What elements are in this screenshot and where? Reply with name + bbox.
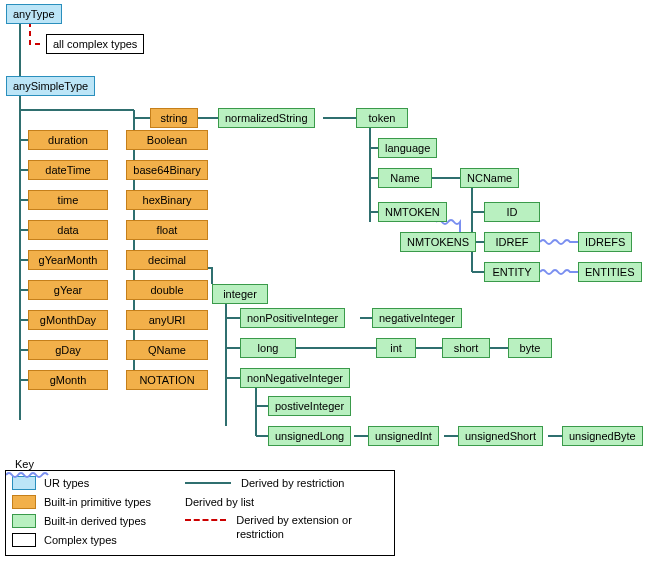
node-dateTime: dateTime <box>28 160 108 180</box>
node-Boolean: Boolean <box>126 130 208 150</box>
node-unsignedLong: unsignedLong <box>268 426 351 446</box>
node-int: int <box>376 338 416 358</box>
node-QName: QName <box>126 340 208 360</box>
node-long: long <box>240 338 296 358</box>
node-gMonthDay: gMonthDay <box>28 310 108 330</box>
node-NMTOKEN: NMTOKEN <box>378 202 447 222</box>
node-float: float <box>126 220 208 240</box>
node-unsignedShort: unsignedShort <box>458 426 543 446</box>
legend-swatch-deriv <box>12 514 36 528</box>
node-time: time <box>28 190 108 210</box>
node-integer: integer <box>212 284 268 304</box>
node-NMTOKENS: NMTOKENS <box>400 232 476 252</box>
node-gYearMonth: gYearMonth <box>28 250 108 270</box>
node-anySimpleType: anySimpleType <box>6 76 95 96</box>
node-gDay: gDay <box>28 340 108 360</box>
legend-label-list: Derived by list <box>185 496 254 508</box>
legend-label-deriv: Built-in derived types <box>44 515 146 527</box>
legend-line-restriction <box>185 482 231 484</box>
node-gYear: gYear <box>28 280 108 300</box>
legend-box: UR types Built-in primitive types Built-… <box>5 470 395 556</box>
node-IDREF: IDREF <box>484 232 540 252</box>
legend-title: Key <box>12 458 37 470</box>
node-ENTITIES: ENTITIES <box>578 262 642 282</box>
node-gMonth: gMonth <box>28 370 108 390</box>
node-hexBinary: hexBinary <box>126 190 208 210</box>
node-IDREFS: IDREFS <box>578 232 632 252</box>
node-language: language <box>378 138 437 158</box>
legend-swatch-complex <box>12 533 36 547</box>
node-ENTITY: ENTITY <box>484 262 540 282</box>
node-ID: ID <box>484 202 540 222</box>
node-unsignedInt: unsignedInt <box>368 426 439 446</box>
legend-line-extension <box>185 519 226 521</box>
node-base64Binary: base64Binary <box>126 160 208 180</box>
node-anyType: anyType <box>6 4 62 24</box>
node-decimal: decimal <box>126 250 208 270</box>
node-nonNegativeInteger: nonNegativeInteger <box>240 368 350 388</box>
node-nonPositiveInteger: nonPositiveInteger <box>240 308 345 328</box>
legend-label-complex: Complex types <box>44 534 117 546</box>
node-duration: duration <box>28 130 108 150</box>
node-Name: Name <box>378 168 432 188</box>
node-NCName: NCName <box>460 168 519 188</box>
node-positiveInteger: postiveInteger <box>268 396 351 416</box>
node-unsignedByte: unsignedByte <box>562 426 643 446</box>
node-token: token <box>356 108 408 128</box>
node-double: double <box>126 280 208 300</box>
node-string: string <box>150 108 198 128</box>
node-data: data <box>28 220 108 240</box>
node-anyURI: anyURI <box>126 310 208 330</box>
legend-swatch-prim <box>12 495 36 509</box>
node-short: short <box>442 338 490 358</box>
legend-label-extension: Derived by extension or restriction <box>236 513 385 541</box>
node-negativeInteger: negativeInteger <box>372 308 462 328</box>
node-normalizedString: normalizedString <box>218 108 315 128</box>
legend-label-prim: Built-in primitive types <box>44 496 151 508</box>
legend-line-list <box>6 471 52 479</box>
node-NOTATION: NOTATION <box>126 370 208 390</box>
legend-label-restriction: Derived by restriction <box>241 477 344 489</box>
node-all-complex-types: all complex types <box>46 34 144 54</box>
node-byte: byte <box>508 338 552 358</box>
